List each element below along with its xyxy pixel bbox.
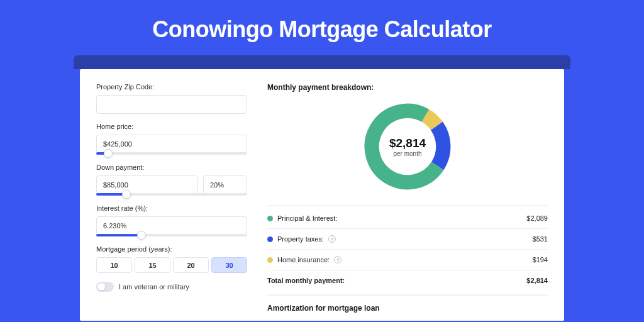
divider (267, 205, 548, 206)
breakdown-row: Principal & Interest:$2,089 (267, 208, 548, 228)
zip-field-group: Property Zip Code: (96, 83, 247, 114)
breakdown-item-value: $531 (533, 235, 548, 243)
amortization-section: Amortization for mortgage loan Amortizat… (267, 294, 548, 321)
breakdown-panel: Monthly payment breakdown: $2,814 per mo… (267, 83, 548, 321)
breakdown-title: Monthly payment breakdown: (267, 83, 548, 92)
legend-dot (267, 216, 273, 221)
total-value: $2,814 (526, 277, 548, 284)
form-panel: Property Zip Code: Home price: Down paym… (96, 83, 247, 321)
donut-amount: $2,814 (389, 136, 426, 150)
home-price-slider[interactable] (96, 152, 247, 155)
down-payment-field-group: Down payment: (96, 164, 247, 196)
interest-label: Interest rate (%): (96, 204, 247, 212)
info-icon[interactable]: ? (334, 256, 341, 264)
down-payment-label: Down payment: (96, 164, 247, 171)
breakdown-row: Home insurance:?$194 (267, 249, 548, 270)
period-button-20[interactable]: 20 (173, 257, 209, 273)
calculator-card: Property Zip Code: Home price: Down paym… (80, 69, 564, 321)
header-banner (74, 55, 570, 69)
interest-slider[interactable] (96, 234, 247, 236)
home-price-input[interactable] (96, 135, 247, 153)
amortization-title: Amortization for mortgage loan (267, 304, 548, 313)
down-payment-pct-input[interactable] (203, 175, 247, 194)
slider-thumb[interactable] (122, 190, 131, 199)
slider-fill (96, 234, 142, 236)
legend-dot (267, 257, 273, 263)
period-button-10[interactable]: 10 (96, 257, 132, 273)
breakdown-item-label: Property taxes: (277, 235, 324, 243)
down-payment-slider[interactable] (96, 193, 247, 196)
breakdown-item-value: $194 (533, 256, 548, 264)
total-label: Total monthly payment: (267, 277, 345, 284)
veteran-toggle-label: I am veteran or military (119, 283, 189, 291)
veteran-toggle-row: I am veteran or military (96, 282, 247, 292)
total-row: Total monthly payment: $2,814 (267, 270, 548, 291)
breakdown-row: Property taxes:?$531 (267, 228, 548, 249)
zip-input[interactable] (96, 95, 247, 114)
down-payment-input[interactable] (96, 175, 198, 194)
payment-donut-chart: $2,814 per month (360, 99, 455, 194)
slider-thumb[interactable] (104, 149, 113, 158)
home-price-label: Home price: (96, 123, 247, 130)
period-buttons: 10152030 (96, 257, 247, 273)
legend-dot (267, 236, 273, 242)
veteran-toggle[interactable] (96, 282, 114, 292)
breakdown-item-label: Principal & Interest: (277, 214, 337, 222)
donut-sub-label: per month (393, 150, 421, 157)
page-title: Conowingo Mortgage Calculator (0, 0, 644, 55)
info-icon[interactable]: ? (328, 235, 336, 243)
interest-field-group: Interest rate (%): (96, 204, 247, 236)
interest-input[interactable] (96, 216, 247, 235)
breakdown-item-label: Home insurance: (277, 256, 330, 264)
home-price-field-group: Home price: (96, 123, 247, 155)
period-button-15[interactable]: 15 (135, 257, 170, 273)
amortization-text: Amortization for a mortgage loan refers … (267, 319, 548, 321)
period-label: Mortgage period (years): (96, 245, 247, 253)
period-button-30[interactable]: 30 (211, 257, 247, 273)
breakdown-item-value: $2,089 (526, 214, 548, 222)
period-field-group: Mortgage period (years): 10152030 (96, 245, 247, 273)
zip-label: Property Zip Code: (96, 83, 247, 91)
slider-thumb[interactable] (137, 231, 146, 240)
